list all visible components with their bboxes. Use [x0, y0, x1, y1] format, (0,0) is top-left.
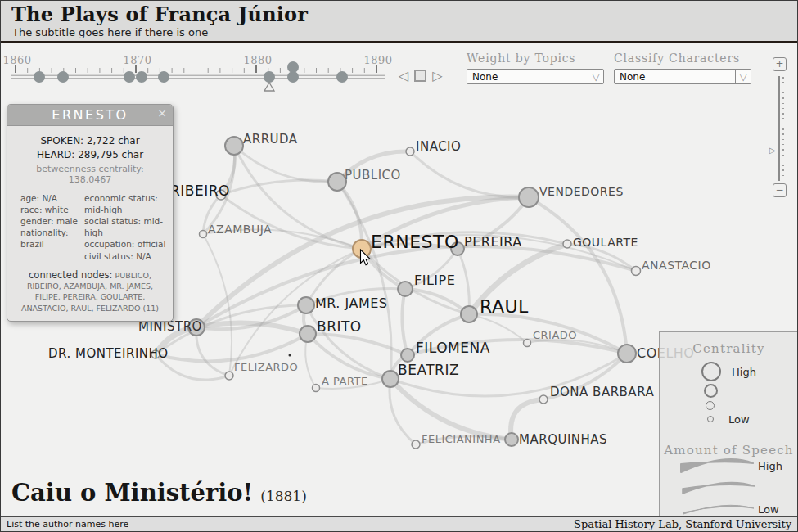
attribute-row: age: N/A — [20, 192, 84, 204]
node-GOULARTE[interactable] — [563, 240, 571, 248]
chevron-down-icon[interactable]: ▽ — [588, 70, 603, 83]
timeline-play-dot[interactable] — [57, 71, 69, 83]
step-forward-button[interactable]: ▷ — [432, 70, 442, 82]
zoom-out-button[interactable]: − — [773, 183, 787, 197]
timeline-layer: 1860187018801890 — [2, 54, 392, 91]
weight-by-topics-label: Weight by Topics — [467, 52, 604, 65]
weight-by-topics-control: Weight by Topics None ▽ — [467, 52, 604, 84]
node-A PARTE[interactable] — [313, 385, 320, 392]
node-label-FILOMENA: FILOMENA — [416, 340, 490, 356]
node-FILOMENA[interactable] — [401, 349, 414, 362]
node-PUBLICO[interactable] — [328, 173, 346, 191]
node-FILIPE[interactable] — [398, 282, 413, 296]
app-window: ARRUDAINACIOPUBLICORIBEIROAZAMBUJAVENDED… — [0, 0, 798, 532]
speech-low-label: Low — [758, 503, 779, 516]
connected-nodes-label: connected nodes: — [29, 269, 112, 281]
classify-characters-control: Classify Characters None ▽ — [614, 52, 751, 84]
weight-by-topics-value: None — [472, 71, 498, 83]
timeline-play-dot[interactable] — [158, 71, 169, 83]
spoken-stat: SPOKEN: 2,722 char — [14, 134, 166, 148]
attribute-row: social status: mid-high — [84, 215, 166, 238]
timeline-play-dot[interactable] — [124, 71, 135, 83]
node-AZAMBUJA[interactable] — [200, 231, 207, 238]
timeline-year-label: 1880 — [243, 54, 272, 66]
playback-controls: ◁ ▷ — [399, 70, 443, 82]
timeline-play-dot[interactable] — [264, 71, 275, 83]
edge-BEATRIZ-MARQUINHAS — [390, 379, 512, 440]
node-CRIADO[interactable] — [524, 340, 531, 347]
node-DONA BARBARA[interactable] — [539, 395, 548, 404]
weight-by-topics-select[interactable]: None ▽ — [467, 69, 604, 84]
timeline-play-dot[interactable] — [287, 71, 299, 83]
play-year: (1881) — [260, 488, 307, 504]
timeline-year-label: 1890 — [363, 54, 392, 66]
attributes-right-column: economic status: mid-highsocial status: … — [84, 192, 166, 262]
timeline-year-label: 1860 — [2, 54, 31, 66]
attribute-row: gender: male — [20, 215, 84, 227]
node-VENDEDORES[interactable] — [519, 187, 539, 207]
node-label-BEATRIZ: BEATRIZ — [398, 362, 459, 378]
timeline-selected-marker[interactable] — [264, 83, 274, 91]
node-label-DR. MONTEIRINHO: DR. MONTEIRINHO — [48, 346, 169, 361]
classify-characters-label: Classify Characters — [614, 52, 751, 65]
timeline-play-dot[interactable] — [34, 71, 45, 83]
speech-arc-mid — [683, 483, 755, 494]
timeline-play-dot[interactable] — [336, 71, 348, 83]
node-MARQUINHAS[interactable] — [505, 433, 518, 446]
chevron-down-icon[interactable]: ▽ — [735, 70, 751, 83]
attribute-row: occupation: official — [84, 238, 166, 250]
info-panel-title: ERNESTO — [52, 107, 128, 123]
node-label-DONA BARBARA: DONA BARBARA — [550, 385, 654, 399]
node-RAUL[interactable] — [461, 306, 477, 322]
speech-arc-low — [683, 505, 754, 514]
node-label-BRITO: BRITO — [317, 318, 362, 335]
timeline-play-dot-raised[interactable] — [287, 61, 299, 73]
node-label-MR. JAMES: MR. JAMES — [315, 295, 387, 311]
edge-INACIO-VENDEDORES — [410, 151, 529, 197]
node-ANASTACIO[interactable] — [632, 267, 641, 276]
node-label-FILIPE: FILIPE — [414, 273, 455, 288]
attribute-lists: age: N/Arace: whitegender: malenationali… — [14, 192, 166, 262]
zoom-in-button[interactable]: + — [773, 57, 787, 71]
step-back-button[interactable]: ◁ — [399, 70, 408, 82]
stop-button[interactable] — [414, 70, 426, 82]
centrality-legend-title: Centrality — [660, 341, 798, 356]
credit-text: Spatial History Lab, Stanford University — [574, 518, 797, 530]
node-label-A PARTE: A PARTE — [322, 375, 368, 387]
timeline-play-dot[interactable] — [136, 71, 147, 83]
authors-note: List the author names here — [1, 519, 128, 530]
node-label-ANASTACIO: ANASTACIO — [642, 259, 711, 272]
node-MR. JAMES[interactable] — [298, 297, 314, 313]
edge-MR. JAMES-BEATRIZ — [306, 305, 390, 379]
attribute-row: civil status: N/A — [84, 250, 166, 262]
zoom-slider-track[interactable] — [778, 76, 780, 181]
node-BRITO[interactable] — [300, 326, 316, 342]
close-icon[interactable]: × — [157, 106, 167, 119]
info-panel-body: SPOKEN: 2,722 char HEARD: 289,795 char b… — [7, 126, 173, 321]
node-FELICIANINHA[interactable] — [412, 440, 420, 449]
edge-PUBLICO-BEATRIZ — [337, 182, 391, 379]
node-COELHO[interactable] — [618, 345, 636, 363]
edge-ARRUDA-PUBLICO — [234, 146, 337, 182]
node-label-CRIADO: CRIADO — [533, 329, 577, 341]
info-panel-title-bar[interactable]: ERNESTO × — [7, 105, 173, 126]
node-dot[interactable] — [289, 354, 291, 357]
character-info-panel: ERNESTO × SPOKEN: 2,722 char HEARD: 289,… — [7, 104, 174, 322]
attributes-left-column: age: N/Arace: whitegender: malenationali… — [14, 192, 84, 262]
play-title: Caiu o Ministério! — [11, 479, 253, 507]
zoom-slider-ticks — [782, 77, 784, 180]
edge-FILIPE-FILOMENA — [402, 289, 408, 355]
edge-ERNESTO-RIBEIRO — [221, 195, 362, 249]
node-ARRUDA[interactable] — [225, 137, 243, 155]
centrality-stat: betweenness centrality: 138.0467 — [14, 164, 166, 185]
node-BEATRIZ[interactable] — [382, 371, 399, 387]
centrality-high-label: High — [732, 366, 756, 378]
node-label-AZAMBUJA: AZAMBUJA — [208, 223, 272, 236]
node-FELIZARDO[interactable] — [225, 372, 233, 380]
play-title-block: Caiu o Ministério!(1881) — [11, 479, 307, 507]
node-INACIO[interactable] — [406, 147, 414, 156]
classify-characters-select[interactable]: None ▽ — [614, 69, 751, 84]
node-label-PEREIRA: PEREIRA — [464, 234, 522, 250]
zoom-slider-handle[interactable]: ▷ — [769, 146, 776, 155]
node-label-GOULARTE: GOULARTE — [573, 236, 638, 249]
